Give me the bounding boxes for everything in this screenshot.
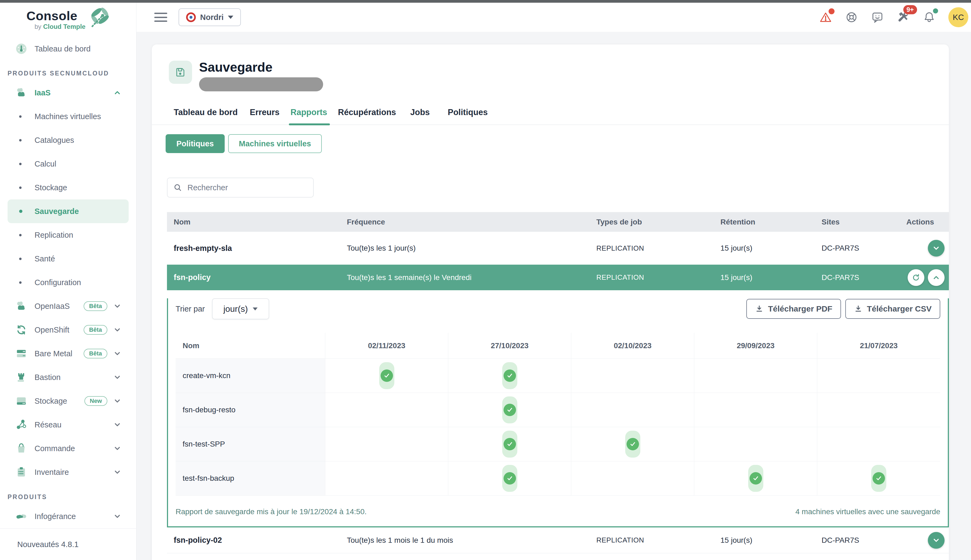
chevron-down-icon <box>113 326 121 334</box>
vm-name: create-vm-kcn <box>175 359 325 393</box>
policy-site: DC-PAR7S <box>815 273 898 282</box>
hamburger-menu-icon[interactable] <box>154 13 167 22</box>
page-title: Sauvegarde <box>199 61 323 74</box>
backup-status-cell <box>448 462 571 496</box>
bullet-icon <box>19 258 22 260</box>
server-stack-icon <box>15 347 27 360</box>
tab-erreurs[interactable]: Erreurs <box>250 108 279 117</box>
check-icon <box>750 472 762 485</box>
refresh-icon <box>912 273 920 282</box>
backup-status-cell <box>817 393 940 427</box>
tab-rapports[interactable]: Rapports <box>291 108 327 117</box>
policy-actions <box>898 240 949 257</box>
column-header: Nom <box>167 218 340 227</box>
tab-recuperations[interactable]: Récupérations <box>338 108 396 117</box>
toggle-machines-virtuelles[interactable]: Machines virtuelles <box>228 134 322 153</box>
feedback-chat-icon[interactable] <box>871 10 884 24</box>
sidebar-item-sauvegarde[interactable]: Sauvegarde <box>8 199 129 223</box>
warning-alert-icon[interactable] <box>819 10 832 24</box>
whats-new-link[interactable]: Nouveautés 4.8.1 <box>0 528 136 560</box>
sidebar-item-stockage[interactable]: Stockage New <box>0 389 136 413</box>
backup-status-cell <box>694 427 817 462</box>
sidebar-item-label: IaaS <box>35 88 51 97</box>
sidebar-item-stockage-iaas[interactable]: Stockage <box>0 176 136 199</box>
storage-drive-icon <box>15 395 27 407</box>
chevron-down-icon <box>113 302 121 310</box>
user-avatar[interactable]: KC <box>948 7 968 27</box>
sidebar-item-commande[interactable]: Commande <box>0 437 136 460</box>
app-logo[interactable]: Console by Cloud Temple <box>0 3 136 37</box>
download-csv-button[interactable]: Télécharger CSV <box>845 299 940 319</box>
topbar-actions: 9+ KC <box>819 7 971 27</box>
matrix-body: create-vm-kcnfsn-debug-restofsn-test-SPP… <box>175 359 940 496</box>
help-lifebuoy-icon[interactable] <box>845 10 858 24</box>
download-pdf-label: Télécharger PDF <box>768 304 832 313</box>
sidebar-item-openshift[interactable]: OpenShift Bêta <box>0 318 136 342</box>
sidebar-item-label: Stockage <box>35 397 67 406</box>
sidebar-item-machines-virtuelles[interactable]: Machines virtuelles <box>0 105 136 128</box>
report-panel: Trier par jour(s) Télécharger PDF Téléch… <box>167 298 949 527</box>
policy-row-fsn-policy: fsn-policy Tou(te)s les 1 semaine(s) le … <box>167 265 949 290</box>
matrix-date-column-header: 29/09/2023 <box>694 333 817 359</box>
tools-icon[interactable]: 9+ <box>897 10 910 24</box>
sidebar-item-iaas[interactable]: IaaS <box>0 81 136 105</box>
report-toolbar: Trier par jour(s) Télécharger PDF Téléch… <box>175 298 940 319</box>
network-nodes-icon <box>15 418 27 431</box>
sidebar-item-replication[interactable]: Replication <box>0 223 136 247</box>
backup-success-badge <box>379 362 394 389</box>
toggle-politiques[interactable]: Politiques <box>165 134 225 153</box>
sort-by-value: jour(s) <box>223 304 248 314</box>
sort-by-dropdown[interactable]: jour(s) <box>212 298 269 319</box>
download-buttons: Télécharger PDF Télécharger CSV <box>746 299 940 319</box>
tab-tableau-de-bord[interactable]: Tableau de bord <box>174 108 237 117</box>
tab-politiques[interactable]: Politiques <box>448 108 488 117</box>
policy-frequency: Tou(te)s les 1 semaine(s) le Vendredi <box>340 273 590 282</box>
sidebar-item-label: Machines virtuelles <box>35 112 101 121</box>
bullet-icon <box>19 115 22 118</box>
shopping-bag-icon <box>15 442 27 455</box>
backup-status-cell <box>571 393 694 427</box>
policy-retention: 15 jour(s) <box>714 273 815 282</box>
chevron-down-icon <box>113 373 121 381</box>
sidebar-item-bare-metal[interactable]: Bare Metal Bêta <box>0 342 136 365</box>
policies-table: Nom Fréquence Types de job Rétention Sit… <box>167 212 949 553</box>
sidebar-item-inventaire[interactable]: Inventaire <box>0 460 136 484</box>
backup-status-cell <box>448 359 571 393</box>
sidebar-item-calcul[interactable]: Calcul <box>0 152 136 176</box>
bullet-icon <box>19 187 22 189</box>
tab-bar: Tableau de bord Erreurs Rapports Récupér… <box>152 106 949 125</box>
sidebar-item-sante[interactable]: Santé <box>0 247 136 270</box>
save-floppy-icon <box>169 61 192 84</box>
expand-row-button[interactable] <box>928 240 944 257</box>
backup-status-cell <box>325 427 448 462</box>
sidebar-item-tableau-de-bord[interactable]: Tableau de bord <box>0 37 136 60</box>
tenant-selector[interactable]: Nordri <box>179 8 241 26</box>
sidebar-item-reseau[interactable]: Réseau <box>0 413 136 437</box>
tenant-name: Nordri <box>200 13 224 22</box>
collapse-row-button[interactable] <box>928 269 944 286</box>
search-input[interactable] <box>187 183 304 192</box>
main-content: Sauvegarde Tableau de bord Erreurs Rappo… <box>137 32 971 560</box>
expand-row-button[interactable] <box>928 532 944 549</box>
sidebar-item-catalogues[interactable]: Catalogues <box>0 128 136 152</box>
beta-badge: Bêta <box>84 349 107 358</box>
backup-success-badge <box>625 431 640 458</box>
refresh-report-button[interactable] <box>907 269 924 286</box>
active-tab-underline <box>289 123 330 125</box>
castle-tower-icon <box>15 371 27 383</box>
download-pdf-button[interactable]: Télécharger PDF <box>746 299 841 319</box>
sidebar-item-configuration[interactable]: Configuration <box>0 270 136 294</box>
tab-jobs[interactable]: Jobs <box>410 108 430 117</box>
matrix-date-column-header: 21/07/2023 <box>817 333 940 359</box>
chevron-down-icon <box>932 244 940 252</box>
policy-site: DC-PAR7S <box>815 244 898 253</box>
sidebar-item-infogerance[interactable]: Infogérance <box>0 505 136 528</box>
report-updated-text: Rapport de sauvegarde mis à jour le 19/1… <box>175 507 366 516</box>
matrix-row: fsn-test-SPP <box>175 427 940 462</box>
sidebar-item-openiaas[interactable]: OpenIaaS Bêta <box>0 294 136 318</box>
policy-actions <box>898 269 949 286</box>
notifications-bell-icon[interactable] <box>923 10 936 24</box>
check-icon <box>503 438 516 450</box>
sidebar-item-bastion[interactable]: Bastion <box>0 365 136 389</box>
chevron-down-icon <box>113 421 121 429</box>
